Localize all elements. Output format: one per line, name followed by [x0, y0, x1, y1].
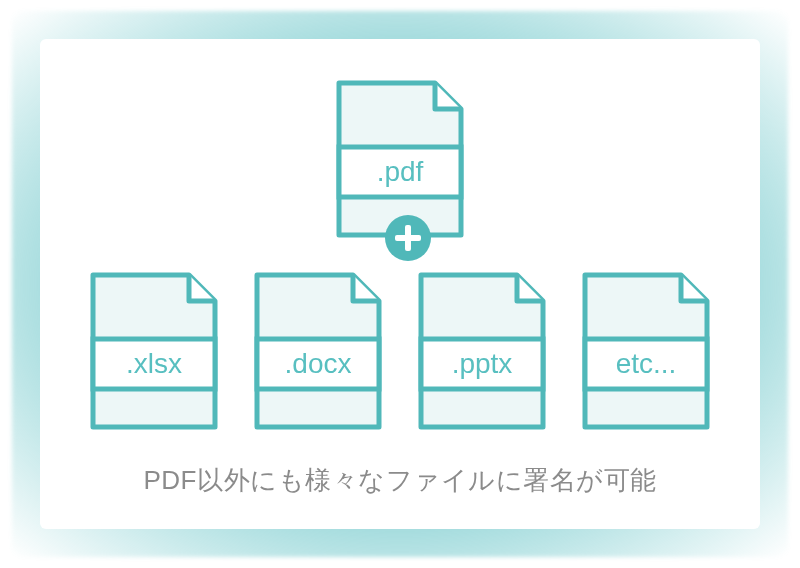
- file-label-etc: etc...: [616, 348, 677, 379]
- card-content: .pdf .xlsx .docx: [60, 59, 740, 509]
- file-label-pdf: .pdf: [377, 156, 424, 187]
- file-icon-pptx: .pptx: [417, 271, 547, 431]
- file-label-docx: .docx: [285, 348, 352, 379]
- plus-icon: [385, 215, 431, 261]
- file-label-pptx: .pptx: [452, 348, 513, 379]
- bottom-file-row: .xlsx .docx .pptx: [89, 271, 711, 431]
- file-label-xlsx: .xlsx: [126, 348, 182, 379]
- feature-card: .pdf .xlsx .docx: [40, 39, 760, 529]
- file-icon-etc: etc...: [581, 271, 711, 431]
- file-icon-xlsx: .xlsx: [89, 271, 219, 431]
- file-icon-docx: .docx: [253, 271, 383, 431]
- file-icon-pdf: .pdf: [335, 79, 465, 239]
- top-file-area: .pdf: [335, 79, 465, 239]
- caption-text: PDF以外にも様々なファイルに署名が可能: [144, 463, 657, 498]
